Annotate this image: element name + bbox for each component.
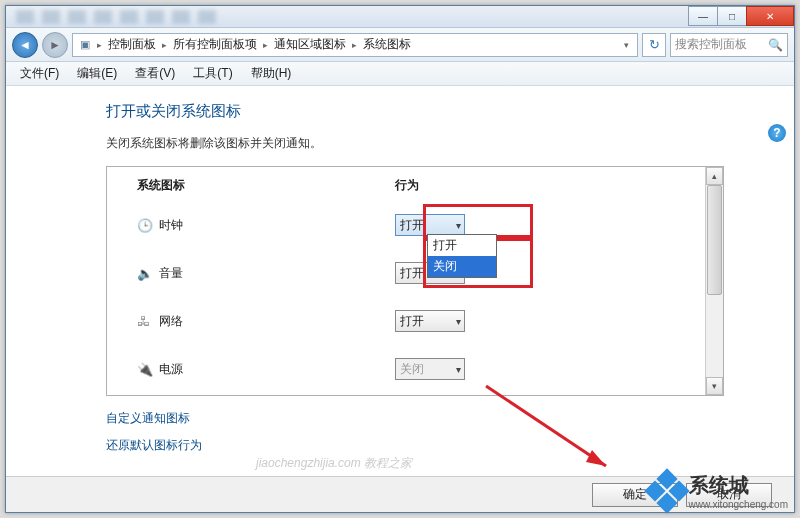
forward-button[interactable]: ► [42,32,68,58]
watermark-logo-icon [644,468,689,513]
navbar: ◄ ► ▣ ▸ 控制面板 ▸ 所有控制面板项 ▸ 通知区域图标 ▸ 系统图标 ▾… [6,28,794,62]
watermark: 系统城 www.xitongcheng.com [651,472,789,510]
clock-icon: 🕒 [137,218,159,233]
row-network: 🖧 网络 打开 [137,306,705,336]
minimize-button[interactable]: — [688,6,718,26]
dropdown-list: 打开 关闭 [427,234,497,278]
header-behavior: 行为 [395,177,419,194]
close-button[interactable]: ✕ [746,6,794,26]
row-label: 音量 [159,265,395,282]
network-icon: 🖧 [137,314,159,329]
row-volume: 🔈 音量 打开 [137,258,705,288]
search-box[interactable]: 搜索控制面板 🔍 [670,33,788,57]
crumb-sep-icon[interactable]: ▸ [95,40,104,50]
scroll-thumb[interactable] [707,185,722,295]
page-subtitle: 关闭系统图标将删除该图标并关闭通知。 [106,135,724,152]
menu-tools[interactable]: 工具(T) [185,63,240,84]
content-area: ? 打开或关闭系统图标 关闭系统图标将删除该图标并关闭通知。 系统图标 行为 🕒… [6,86,794,476]
scrollbar[interactable]: ▴ ▾ [705,167,723,395]
titlebar-blur [6,6,526,28]
combo-power[interactable]: 关闭 [395,358,465,380]
list-inner: 系统图标 行为 🕒 时钟 打开 🔈 音量 打开 🖧 网络 打开 [107,167,705,395]
row-label: 电源 [159,361,395,378]
volume-icon: 🔈 [137,266,159,281]
row-label: 网络 [159,313,395,330]
row-power: 🔌 电源 关闭 [137,354,705,384]
crumb-sep-icon[interactable]: ▸ [261,40,270,50]
search-placeholder: 搜索控制面板 [675,36,747,53]
menu-file[interactable]: 文件(F) [12,63,67,84]
scroll-up-button[interactable]: ▴ [706,167,723,185]
computer-icon: ▣ [77,37,93,53]
menubar: 文件(F) 编辑(E) 查看(V) 工具(T) 帮助(H) [6,62,794,86]
crumb-notification-area[interactable]: 通知区域图标 [272,36,348,53]
address-dropdown-icon[interactable]: ▾ [620,40,633,50]
menu-view[interactable]: 查看(V) [127,63,183,84]
header-system-icon: 系统图标 [137,177,395,194]
watermark-url: www.xitongcheng.com [689,499,789,510]
crumb-all-items[interactable]: 所有控制面板项 [171,36,259,53]
address-bar[interactable]: ▣ ▸ 控制面板 ▸ 所有控制面板项 ▸ 通知区域图标 ▸ 系统图标 ▾ [72,33,638,57]
system-icons-list: 系统图标 行为 🕒 时钟 打开 🔈 音量 打开 🖧 网络 打开 [106,166,724,396]
window-buttons: — □ ✕ [689,6,794,26]
crumb-control-panel[interactable]: 控制面板 [106,36,158,53]
links-area: 自定义通知图标 还原默认图标行为 [106,410,724,454]
titlebar: — □ ✕ [6,6,794,28]
dropdown-option-open[interactable]: 打开 [428,235,496,256]
column-headers: 系统图标 行为 [137,177,705,194]
link-restore-defaults[interactable]: 还原默认图标行为 [106,437,724,454]
refresh-button[interactable]: ↻ [642,33,666,57]
power-icon: 🔌 [137,362,159,377]
maximize-button[interactable]: □ [717,6,747,26]
crumb-system-icons[interactable]: 系统图标 [361,36,413,53]
watermark-faint: jiaochengzhijia.com 教程之家 [256,455,412,472]
combo-network[interactable]: 打开 [395,310,465,332]
control-panel-window: — □ ✕ ◄ ► ▣ ▸ 控制面板 ▸ 所有控制面板项 ▸ 通知区域图标 ▸ … [5,5,795,513]
link-customize-icons[interactable]: 自定义通知图标 [106,410,724,427]
dropdown-option-close[interactable]: 关闭 [428,256,496,277]
search-icon: 🔍 [768,38,783,52]
combo-clock[interactable]: 打开 [395,214,465,236]
watermark-brand: 系统城 [689,472,789,499]
scroll-down-button[interactable]: ▾ [706,377,723,395]
help-icon[interactable]: ? [768,124,786,142]
crumb-sep-icon[interactable]: ▸ [350,40,359,50]
crumb-sep-icon[interactable]: ▸ [160,40,169,50]
row-label: 时钟 [159,217,395,234]
row-clock: 🕒 时钟 打开 [137,210,705,240]
page-title: 打开或关闭系统图标 [106,102,724,121]
back-button[interactable]: ◄ [12,32,38,58]
menu-help[interactable]: 帮助(H) [243,63,300,84]
menu-edit[interactable]: 编辑(E) [69,63,125,84]
